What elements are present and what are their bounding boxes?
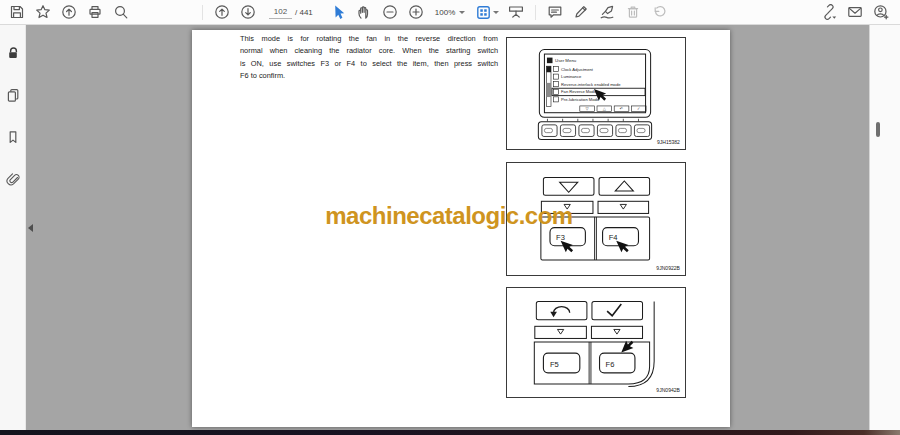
comment-bubble-icon (547, 4, 563, 20)
comment-button[interactable] (543, 2, 567, 23)
key-label: F4 (609, 233, 618, 242)
paperclip-icon (6, 172, 20, 186)
printer-icon (87, 4, 103, 20)
triangle-down-icon (564, 204, 570, 209)
email-button[interactable] (843, 2, 867, 23)
softkey-glyph: ▽ (586, 106, 590, 111)
annotation-tools-group (542, 2, 672, 23)
previous-page-button[interactable] (210, 2, 234, 23)
select-cursor-icon (330, 4, 346, 20)
toolbar: / 441 100% (0, 0, 900, 25)
scrollbar-thumb[interactable] (876, 122, 880, 137)
hand-icon (356, 4, 372, 20)
signature-pen-icon (599, 4, 615, 20)
save-button[interactable] (5, 2, 29, 23)
fit-width-icon (508, 4, 524, 20)
triangle-up-icon (615, 181, 633, 191)
pages-icon (6, 88, 20, 102)
plus-circle-icon (408, 4, 424, 20)
undo-button-key (536, 302, 587, 320)
file-tools-group (4, 2, 134, 23)
triangle-down-icon (557, 329, 563, 334)
account-button[interactable] (869, 2, 893, 23)
menu-item: Clock Adjustment (561, 67, 594, 72)
label-strip (591, 326, 642, 338)
figure-caption: 9JH15382 (657, 139, 680, 145)
fit-width-button[interactable] (504, 2, 528, 23)
key-f5 (543, 353, 579, 373)
favorite-button[interactable] (31, 2, 55, 23)
zoom-level-value: 100% (435, 8, 455, 17)
fit-page-icon (476, 5, 491, 20)
undo-arrowhead (550, 312, 557, 317)
fit-page-button[interactable] (472, 2, 502, 23)
menu-scroll-thumb (546, 83, 551, 97)
menu-item: Reverse-interlock enabled mode (561, 82, 621, 87)
pages-panel-button[interactable] (4, 87, 22, 103)
sign-button[interactable] (595, 2, 619, 23)
page-count-label: / 441 (295, 8, 313, 17)
print-button[interactable] (83, 2, 107, 23)
minus-circle-icon (382, 4, 398, 20)
chevron-down-icon (459, 11, 465, 14)
account-tools-group (816, 2, 894, 23)
document-area[interactable]: This mode is for rotating the fan in the… (26, 25, 870, 430)
softkey-glyph: ✓ (637, 106, 640, 111)
arrow-down-circle-icon (240, 4, 256, 20)
star-icon (35, 4, 51, 20)
paragraph-line: normal when cleaning the radiator core. … (240, 45, 498, 57)
triangle-down-icon (614, 329, 620, 334)
menu-item-selected: Fan Reverse Mode (561, 89, 597, 94)
undo-icon (651, 4, 667, 20)
delete-button[interactable] (621, 2, 645, 23)
bookmarks-panel-button[interactable] (4, 129, 22, 145)
sidebar-collapse-handle[interactable] (28, 224, 33, 232)
key-label: F5 (550, 360, 559, 369)
bookmark-icon (6, 130, 20, 144)
zoom-level-select[interactable]: 100% (435, 8, 465, 17)
label-strip (541, 201, 593, 213)
menu-item: Pre-lubrication Mode (561, 97, 600, 102)
pdf-page: This mode is for rotating the fan in the… (192, 30, 730, 427)
pencil-annotate-button[interactable] (569, 2, 593, 23)
menu-title-icon (547, 58, 553, 64)
share-link-button[interactable] (817, 2, 841, 23)
share-upload-button[interactable] (57, 2, 81, 23)
save-icon (9, 4, 25, 20)
toolbar-divider (202, 5, 203, 20)
select-tool-button[interactable] (326, 2, 350, 23)
envelope-icon (847, 4, 863, 20)
menu-title: User Menu (555, 58, 577, 63)
toolbar-divider (535, 5, 536, 20)
checkmark-icon (607, 304, 621, 316)
user-plus-icon (873, 4, 889, 20)
figure-monitor-menu: User Menu Clock Adjustment Luminance Rev… (506, 37, 686, 150)
menu-scroll-arrow (546, 66, 551, 72)
undo-button[interactable] (647, 2, 671, 23)
figure-caption: 9JN0942B (656, 387, 680, 393)
body-paragraph: This mode is for rotating the fan in the… (240, 33, 498, 83)
search-button[interactable] (109, 2, 133, 23)
security-panel-button[interactable] (4, 45, 22, 61)
triangle-down-icon (620, 204, 626, 209)
link-icon (821, 4, 837, 20)
key-label: F6 (606, 360, 615, 369)
figure-f5-f6-switches: F5 F6 9JN0942B (506, 287, 686, 398)
left-sidebar (0, 25, 26, 430)
function-keys (542, 125, 650, 137)
zoom-out-button[interactable] (378, 2, 402, 23)
confirm-button-key (592, 302, 643, 320)
trash-icon (625, 4, 641, 20)
arrow-up-circle-icon (214, 4, 230, 20)
page-number-input[interactable] (269, 5, 292, 19)
label-strip (535, 326, 587, 338)
zoom-in-button[interactable] (404, 2, 428, 23)
scrollbar-track[interactable] (869, 25, 900, 430)
attachments-panel-button[interactable] (4, 171, 22, 187)
triangle-down-icon (560, 182, 578, 192)
panel-edge-curve (628, 302, 654, 387)
key-label: F3 (556, 233, 565, 242)
paragraph-line: is ON, use switches F3 or F4 to select t… (240, 58, 498, 70)
hand-tool-button[interactable] (352, 2, 376, 23)
next-page-button[interactable] (236, 2, 260, 23)
